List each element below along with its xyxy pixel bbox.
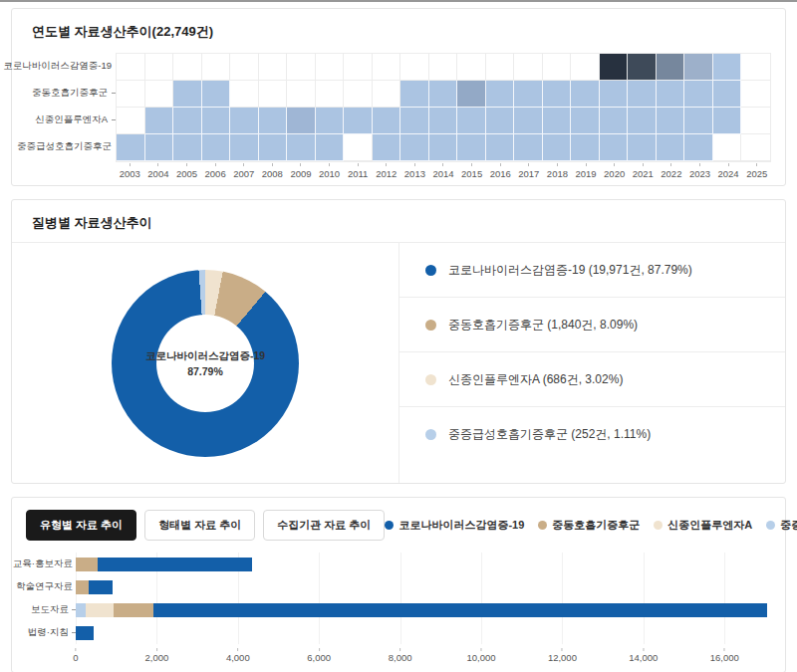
heatmap-cell (202, 54, 231, 81)
bar-segment[interactable] (89, 580, 112, 594)
heatmap-cell[interactable] (571, 134, 600, 161)
heatmap-cell[interactable] (684, 108, 713, 134)
heatmap-cell[interactable] (287, 134, 316, 161)
heatmap-cell[interactable] (373, 108, 401, 134)
heatmap-cell[interactable] (230, 108, 259, 134)
heatmap-cell (457, 54, 486, 81)
bar-chart-legend: 코로나바이러스감염증-19중동호흡기증후군신종인플루엔자A중증급성호흡기증후군 (385, 518, 797, 533)
heatmap-cell[interactable] (657, 134, 685, 161)
heatmap-cell[interactable] (400, 81, 429, 108)
heatmap-cell (741, 54, 770, 81)
x-axis-label: 0 (73, 648, 78, 663)
heatmap-cell[interactable] (628, 134, 657, 161)
heatmap-cell[interactable] (202, 108, 231, 134)
heatmap-cell[interactable] (400, 134, 429, 161)
heatmap-cell[interactable] (684, 54, 713, 81)
heatmap-cell[interactable] (259, 134, 288, 161)
bar-segment[interactable] (86, 603, 114, 617)
heatmap-cell[interactable] (457, 108, 486, 134)
heatmap-cell[interactable] (713, 108, 742, 134)
stacked-bar[interactable] (76, 580, 769, 594)
heatmap-cell[interactable] (600, 81, 629, 108)
heatmap-cell[interactable] (202, 81, 231, 108)
heatmap-cell[interactable] (486, 81, 515, 108)
bar-segment[interactable] (76, 626, 94, 640)
heatmap-cell[interactable] (486, 108, 515, 134)
year-axis-label: 2004 (144, 163, 173, 179)
heatmap-cell[interactable] (684, 81, 713, 108)
disease-legend-row[interactable]: 중동호흡기증후군 (1,840건, 8.09%) (399, 298, 785, 352)
heatmap-cell (316, 81, 345, 108)
bar-legend-item[interactable]: 중동호흡기증후군 (538, 518, 640, 533)
bar-legend-item[interactable]: 코로나바이러스감염증-19 (385, 518, 524, 533)
bar-legend-item[interactable]: 신종인플루엔자A (654, 518, 752, 533)
heatmap-cell[interactable] (486, 134, 515, 161)
legend-label: 신종인플루엔자A (667, 518, 752, 533)
heatmap-cell[interactable] (600, 134, 629, 161)
heatmap-cell[interactable] (600, 108, 629, 134)
heatmap-cell[interactable] (657, 81, 685, 108)
heatmap-cell[interactable] (543, 134, 572, 161)
disease-legend-row[interactable]: 중증급성호흡기증후군 (252건, 1.11%) (399, 407, 785, 462)
legend-dot-icon (425, 374, 436, 385)
tab-by-agency[interactable]: 수집기관 자료 추이 (263, 510, 385, 541)
heatmap-cell[interactable] (628, 81, 657, 108)
heatmap-cell[interactable] (457, 134, 486, 161)
heatmap-cell[interactable] (713, 81, 742, 108)
heatmap-cell[interactable] (457, 81, 486, 108)
heatmap-cell[interactable] (344, 108, 373, 134)
heatmap-cell[interactable] (202, 134, 231, 161)
tab-by-type[interactable]: 유형별 자료 추이 (26, 510, 136, 541)
heatmap-cell (344, 81, 373, 108)
heatmap-cell (344, 54, 373, 81)
heatmap-cell[interactable] (173, 81, 202, 108)
heatmap-cell[interactable] (571, 108, 600, 134)
heatmap-cell[interactable] (145, 108, 174, 134)
bar-segment[interactable] (76, 603, 86, 617)
heatmap-cell[interactable] (684, 134, 713, 161)
heatmap-cell[interactable] (657, 54, 685, 81)
heatmap-cell[interactable] (543, 108, 572, 134)
heatmap-cell[interactable] (429, 108, 458, 134)
heatmap-cell[interactable] (316, 134, 345, 161)
heatmap-cell[interactable] (514, 134, 543, 161)
stacked-bar[interactable] (76, 558, 769, 571)
heatmap-cell[interactable] (145, 134, 174, 161)
bar-segment[interactable] (114, 603, 153, 617)
bar-legend-item[interactable]: 중증급성호흡기증후군 (766, 518, 797, 533)
heatmap-cell[interactable] (117, 134, 145, 161)
heatmap-cell[interactable] (514, 108, 543, 134)
heatmap-cell[interactable] (287, 108, 316, 134)
heatmap-cell[interactable] (628, 54, 657, 81)
heatmap-cell[interactable] (713, 54, 742, 81)
disease-legend-row[interactable]: 코로나바이러스감염증-19 (19,971건, 87.79%) (399, 243, 785, 298)
bar-segment[interactable] (153, 603, 767, 617)
heatmap-cell[interactable] (173, 134, 202, 161)
disease-donut-chart[interactable]: 코로나바이러스감염증-19 87.79% (112, 270, 299, 457)
heatmap-cell[interactable] (657, 108, 685, 134)
heatmap-cell[interactable] (429, 81, 458, 108)
heatmap-cell[interactable] (600, 54, 629, 81)
x-axis-label: 6,000 (307, 648, 331, 663)
stacked-bar[interactable] (76, 626, 769, 640)
heatmap-cell[interactable] (316, 108, 345, 134)
heatmap-cell[interactable] (259, 108, 288, 134)
legend-label: 코로나바이러스감염증-19 (398, 518, 524, 533)
heatmap-cell[interactable] (543, 81, 572, 108)
heatmap-cell[interactable] (173, 108, 202, 134)
heatmap-cell (230, 54, 259, 81)
stacked-bar[interactable] (76, 603, 769, 617)
heatmap-cell[interactable] (230, 134, 259, 161)
heatmap-cell (373, 54, 401, 81)
heatmap-cell[interactable] (514, 81, 543, 108)
heatmap-cell[interactable] (400, 108, 429, 134)
bar-segment[interactable] (76, 580, 89, 594)
bar-segment[interactable] (98, 558, 252, 571)
heatmap-cell[interactable] (373, 134, 401, 161)
disease-legend-row[interactable]: 신종인플루엔자A (686건, 3.02%) (399, 352, 785, 407)
tab-by-format[interactable]: 형태별 자료 추이 (144, 510, 255, 541)
heatmap-cell[interactable] (429, 134, 458, 161)
heatmap-cell[interactable] (628, 108, 657, 134)
heatmap-cell[interactable] (571, 81, 600, 108)
bar-segment[interactable] (76, 558, 98, 571)
